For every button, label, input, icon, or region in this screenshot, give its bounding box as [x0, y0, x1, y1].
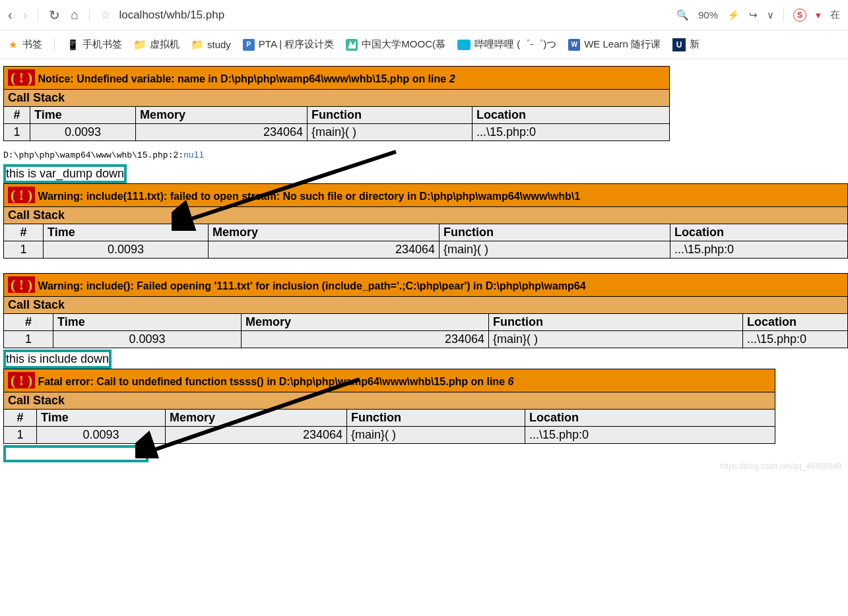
chevron-down-icon[interactable]: ∨	[767, 9, 774, 21]
error-header: ( ! ) Warning: include(111.txt): failed …	[4, 184, 848, 207]
zoom-icon[interactable]: 🔍	[676, 9, 689, 21]
toolbar-divider	[89, 9, 90, 22]
col-time: Time	[53, 314, 242, 331]
dump-path: D:\php\php\wamp64\www\whb\15.php:2:	[3, 150, 183, 160]
reload-button[interactable]: ↻	[49, 7, 60, 23]
bookmark-item[interactable]: U新	[672, 38, 700, 51]
browser-toolbar: ‹ › ↻ ⌂ ☆ localhost/whb/15.php 🔍 90% ⚡ ↪…	[0, 0, 848, 30]
error-type: Warning	[38, 280, 79, 292]
welearn-icon: W	[568, 39, 580, 51]
pta-icon: P	[243, 39, 255, 51]
cell-location: ...\15.php:0	[525, 427, 775, 444]
bilibili-icon	[457, 40, 471, 50]
bookmark-label: PTA | 程序设计类	[259, 38, 334, 51]
url-text: localhost/whb/15.php	[119, 9, 224, 22]
col-num: #	[4, 314, 53, 331]
bolt-icon[interactable]: ⚡	[727, 9, 740, 21]
favorite-icon[interactable]: ☆	[100, 8, 111, 22]
cell-location: ...\15.php:0	[670, 241, 848, 259]
cell-time: 0.0093	[37, 427, 166, 444]
share-icon[interactable]: ↪	[749, 9, 758, 21]
divider	[54, 38, 55, 51]
bang-icon: ( ! )	[8, 187, 35, 203]
error-type: Warning	[38, 191, 79, 202]
right-label: 在	[830, 9, 840, 21]
sogou-icon[interactable]: S	[793, 9, 806, 22]
bookmark-label: study	[207, 39, 231, 50]
bookmark-label: 新	[690, 38, 700, 51]
cell-time: 0.0093	[30, 124, 136, 141]
home-button[interactable]: ⌂	[71, 7, 79, 22]
bookmark-label: 书签	[22, 38, 42, 51]
table-row: 1 0.0093 234064 {main}( ) ...\15.php:0	[4, 331, 848, 348]
toolbar-divider	[783, 9, 784, 22]
col-memory: Memory	[242, 314, 489, 331]
bookmarks-bar: ★书签 📱手机书签 📁虚拟机 📁study PPTA | 程序设计类 中国大学M…	[0, 30, 848, 59]
bookmark-label: 手机书签	[82, 38, 122, 51]
bookmark-label: 虚拟机	[150, 38, 179, 51]
col-function: Function	[489, 314, 743, 331]
col-time: Time	[37, 410, 166, 427]
var-dump-output: D:\php\php\wamp64\www\whb\15.php:2:null	[3, 150, 845, 160]
page-content: ( ! ) Notice: Undefined variable: name i…	[0, 59, 848, 471]
bookmark-item[interactable]: WWE Learn 随行课	[568, 38, 661, 51]
col-num: #	[4, 410, 37, 427]
xdebug-error-warning: ( ! ) Warning: include(111.txt): failed …	[3, 183, 848, 259]
folder-icon: 📁	[134, 39, 146, 51]
toolbar-divider	[38, 9, 38, 22]
col-location: Location	[473, 107, 670, 124]
col-time: Time	[30, 107, 136, 124]
col-memory: Memory	[166, 410, 347, 427]
col-function: Function	[347, 410, 525, 427]
bookmark-item[interactable]: 📁study	[191, 39, 231, 51]
col-function: Function	[440, 224, 670, 241]
bookmark-item[interactable]: ★书签	[7, 38, 42, 51]
table-row: 1 0.0093 234064 {main}( ) ...\15.php:0	[4, 427, 775, 444]
error-header: ( ! ) Notice: Undefined variable: name i…	[4, 67, 670, 90]
col-num: #	[4, 224, 44, 241]
error-message: include(): Failed opening '111.txt' for …	[86, 280, 586, 292]
callstack-label: Call Stack	[4, 207, 848, 224]
cell-memory: 234064	[166, 427, 347, 444]
col-time: Time	[44, 224, 209, 241]
callstack-label: Call Stack	[4, 297, 848, 314]
table-row: 1 0.0093 234064 {main}( ) ...\15.php:0	[4, 241, 848, 259]
bookmark-item[interactable]: 📁虚拟机	[134, 38, 179, 51]
cell-time: 0.0093	[44, 241, 209, 259]
bookmark-label: WE Learn 随行课	[584, 38, 661, 51]
highlight-vardump: this is var_dump down	[3, 164, 127, 183]
cell-function: {main}( )	[440, 241, 670, 259]
cell-memory: 234064	[242, 331, 489, 348]
bookmark-label: 中国大学MOOC(慕	[362, 38, 445, 51]
bookmark-item[interactable]: 📱手机书签	[67, 38, 122, 51]
col-num: #	[4, 107, 30, 124]
xdebug-error-fatal: ( ! ) Fatal error: Call to undefined fun…	[3, 369, 775, 444]
callstack-label: Call Stack	[4, 90, 670, 107]
back-button[interactable]: ‹	[8, 7, 13, 22]
table-header-row: # Time Memory Function Location	[4, 224, 848, 241]
forward-button[interactable]: ›	[23, 7, 28, 22]
table-header-row: # Time Memory Function Location	[4, 107, 670, 124]
bookmark-item[interactable]: 中国大学MOOC(慕	[346, 38, 445, 51]
error-header: ( ! ) Fatal error: Call to undefined fun…	[4, 369, 775, 392]
bookmark-item[interactable]: PPTA | 程序设计类	[243, 38, 334, 51]
callstack-label: Call Stack	[4, 392, 775, 410]
error-line: 6	[507, 376, 513, 387]
dump-value: null	[183, 150, 204, 160]
error-type: Notice	[38, 73, 70, 84]
cell-location: ...\15.php:0	[473, 124, 670, 141]
col-location: Location	[670, 224, 848, 241]
highlight-empty	[3, 445, 148, 462]
bookmark-item[interactable]: 哔哩哔哩 (゜-゜)つ	[457, 38, 556, 51]
cell-function: {main}( )	[489, 331, 743, 348]
col-memory: Memory	[209, 224, 440, 241]
xdebug-error-warning: ( ! ) Warning: include(): Failed opening…	[3, 273, 848, 348]
address-bar[interactable]: ☆ localhost/whb/15.php	[100, 8, 666, 22]
col-memory: Memory	[136, 107, 308, 124]
cell-num: 1	[4, 241, 44, 259]
col-function: Function	[308, 107, 473, 124]
mooc-icon	[346, 39, 358, 51]
cell-num: 1	[4, 427, 37, 444]
col-location: Location	[525, 410, 775, 427]
u-icon: U	[672, 38, 686, 51]
